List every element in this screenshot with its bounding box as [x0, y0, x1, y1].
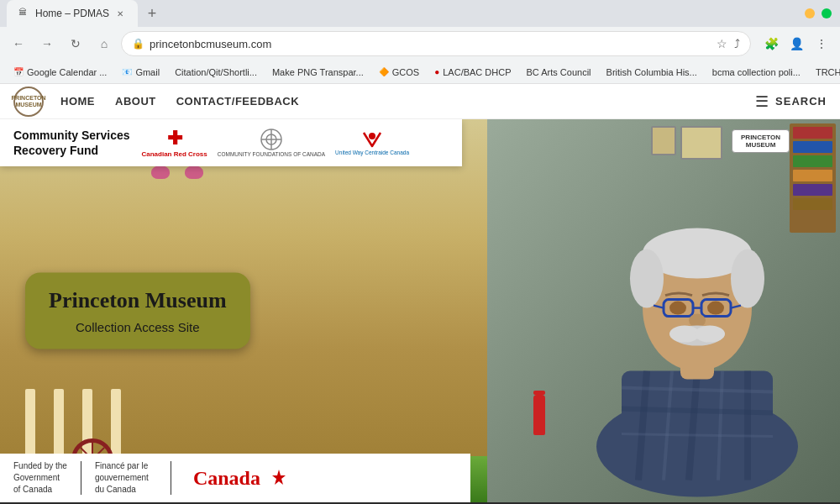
- address-text: princetonbcmuseum.com: [150, 38, 711, 50]
- back-button[interactable]: ←: [7, 32, 30, 55]
- website-content: PRINCETONMUSEUM HOME ABOUT CONTACT/FEEDB…: [0, 84, 840, 502]
- tab-title: Home – PDMAS: [35, 8, 109, 19]
- profile-button[interactable]: 👤: [785, 32, 808, 55]
- minimize-button[interactable]: [805, 8, 815, 18]
- site-nav-links: HOME ABOUT CONTACT/FEEDBACK: [60, 95, 299, 108]
- svg-point-22: [689, 313, 706, 327]
- red-cross-symbol: ✚: [167, 128, 182, 150]
- uwc-logo: United Way Centraide Canada: [335, 129, 409, 156]
- new-tab-button[interactable]: +: [141, 3, 163, 24]
- bookmark-google-calendar[interactable]: 📅 Google Calendar ...: [7, 66, 113, 79]
- fire-extinguisher: [533, 395, 545, 435]
- svg-point-20: [669, 301, 686, 314]
- hamburger-icon[interactable]: ☰: [755, 92, 769, 111]
- nav-about[interactable]: ABOUT: [115, 95, 156, 108]
- site-logo[interactable]: PRINCETONMUSEUM: [13, 87, 44, 117]
- bookmark-gcos[interactable]: 🔶 GCOS: [372, 66, 426, 79]
- svg-point-30: [369, 133, 375, 139]
- csrf-logos: ✚ Canadian Red Cross COMMUNITY FOUNDATIO…: [142, 128, 410, 158]
- person-video-area: PRINCETON MUSEUM: [487, 119, 840, 502]
- site-nav: PRINCETONMUSEUM HOME ABOUT CONTACT/FEEDB…: [0, 84, 840, 119]
- svg-point-25: [695, 325, 725, 342]
- address-bar[interactable]: 🔒 princetonbcmuseum.com ☆ ⤴: [121, 31, 751, 56]
- cfc-logo: COMMUNITY FOUNDATIONS OF CANADA: [218, 128, 325, 158]
- active-tab[interactable]: 🏛 Home – PDMAS ✕: [7, 0, 138, 27]
- svg-point-21: [707, 301, 724, 314]
- red-cross-logo: ✚ Canadian Red Cross: [142, 128, 207, 158]
- canada-text-en: Funded by the Government of Canada: [13, 460, 67, 496]
- bookmark-gmail[interactable]: 📧 Gmail: [115, 66, 166, 79]
- museum-subtitle: Collection Access Site: [49, 320, 227, 334]
- canada-banner: Funded by the Government of Canada Finan…: [0, 454, 470, 502]
- site-main: PRINC: [0, 119, 840, 502]
- bookmark-bchis[interactable]: British Columbia His...: [600, 66, 704, 79]
- browser-chrome: 🏛 Home – PDMAS ✕ + ← → ↻ ⌂ 🔒 princetonbc…: [0, 0, 840, 84]
- museum-name-box: Princeton Museum Collection Access Site: [25, 273, 250, 349]
- tab-favicon: 🏛: [18, 8, 30, 19]
- bookmark-bcma[interactable]: bcma collection poli...: [706, 66, 807, 79]
- bookmark-lacbac[interactable]: ● LAC/BAC DHCP: [428, 66, 517, 79]
- bookmark-citation[interactable]: Citation/Qit/Shortli...: [168, 66, 264, 79]
- nav-contact[interactable]: CONTACT/FEEDBACK: [176, 95, 299, 108]
- forward-button[interactable]: →: [35, 32, 59, 55]
- extensions-button[interactable]: 🧩: [759, 32, 783, 55]
- address-bar-row: ← → ↻ ⌂ 🔒 princetonbcmuseum.com ☆ ⤴ 🧩 👤 …: [0, 27, 840, 60]
- canada-text: Canada: [193, 467, 260, 490]
- svg-marker-31: [272, 470, 286, 485]
- museum-title: Princeton Museum: [49, 288, 227, 313]
- nav-home[interactable]: HOME: [60, 95, 95, 108]
- bookmark-bcarts[interactable]: BC Arts Council: [520, 66, 598, 79]
- lock-icon: 🔒: [132, 38, 144, 50]
- tab-close-button[interactable]: ✕: [114, 8, 126, 19]
- tab-bar: 🏛 Home – PDMAS ✕ +: [0, 0, 840, 27]
- address-icons: ☆ ⤴: [717, 37, 740, 50]
- csrf-banner: Community Services Recovery Fund ✚ Canad…: [0, 119, 462, 166]
- person-figure: [580, 139, 815, 502]
- csrf-title: Community Services Recovery Fund: [13, 128, 130, 158]
- refresh-button[interactable]: ↻: [64, 32, 87, 55]
- star-icon[interactable]: ☆: [717, 37, 727, 50]
- browser-toolbar-icons: 🧩 👤 ⋮: [759, 32, 833, 55]
- canada-text-fr: Financé par le gouvernement du Canada: [95, 460, 149, 496]
- canada-divider-2: [171, 461, 171, 495]
- canada-divider: [81, 461, 81, 495]
- search-label[interactable]: SEARCH: [775, 95, 827, 108]
- share-icon[interactable]: ⤴: [734, 37, 740, 50]
- svg-point-13: [630, 249, 664, 307]
- site-nav-right: ☰ SEARCH: [755, 92, 827, 111]
- bookmark-png[interactable]: Make PNG Transpar...: [265, 66, 370, 79]
- home-button[interactable]: ⌂: [92, 32, 116, 55]
- bookmarks-bar: 📅 Google Calendar ... 📧 Gmail Citation/Q…: [0, 60, 840, 84]
- svg-point-14: [731, 249, 764, 307]
- bookmark-trchs[interactable]: TRCHSOUP: [809, 66, 840, 79]
- canada-wordmark: Canada: [193, 467, 291, 490]
- settings-button[interactable]: ⋮: [810, 32, 833, 55]
- maximize-button[interactable]: [822, 8, 832, 18]
